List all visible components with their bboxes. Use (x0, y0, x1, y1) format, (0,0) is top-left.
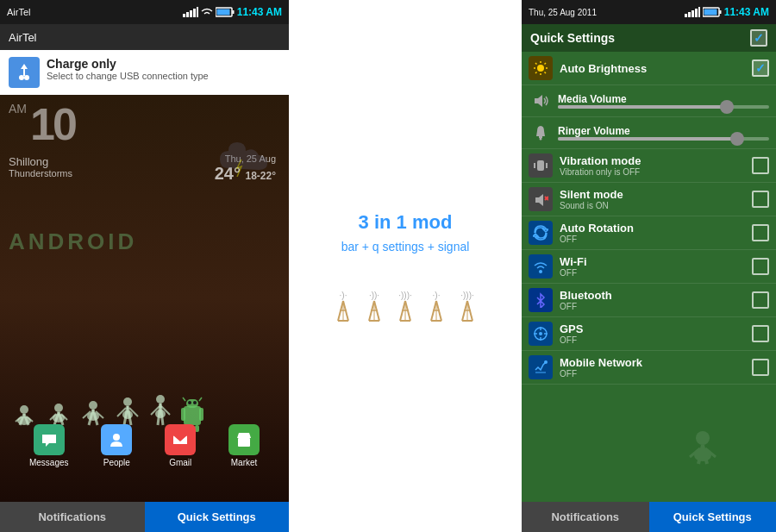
gps-text: GPS OFF (560, 322, 745, 345)
media-volume-slider[interactable] (558, 105, 769, 109)
svg-rect-4 (197, 7, 198, 17)
notification-card[interactable]: Charge only Select to change USB connect… (0, 50, 289, 95)
qs-item-rotation[interactable]: Auto Rotation OFF (522, 216, 776, 250)
gps-checkbox[interactable] (752, 325, 769, 342)
media-volume-thumb (720, 100, 734, 114)
svg-text:·)))·: ·)))· (460, 291, 474, 300)
auto-brightness-icon (529, 56, 553, 80)
signal-tower-2: ·))· (362, 288, 386, 322)
signal-tower-3: ·)))· (393, 288, 417, 322)
qs-item-gps[interactable]: GPS OFF (522, 317, 776, 351)
bluetooth-name: Bluetooth (560, 289, 745, 302)
svg-line-103 (545, 63, 547, 65)
svg-point-106 (540, 138, 542, 141)
silent-icon (529, 187, 553, 211)
rotation-icon (529, 221, 553, 245)
qs-item-auto-brightness[interactable]: Auto Brightness (522, 52, 776, 85)
auto-brightness-checkbox[interactable] (752, 59, 769, 77)
weather-condition: Thunderstorms (9, 168, 72, 178)
qs-item-bluetooth[interactable]: Bluetooth OFF (522, 284, 776, 317)
svg-rect-89 (704, 9, 717, 16)
tower-svg-5: ·)))· (455, 288, 479, 322)
left-tab-notifications[interactable]: Notifications (0, 502, 145, 532)
bluetooth-icon (529, 288, 553, 312)
wifi-name: Wi-Fi (560, 255, 745, 268)
svg-point-11 (20, 405, 28, 414)
svg-line-104 (535, 72, 537, 74)
qs-item-wifi[interactable]: Wi-Fi OFF (522, 250, 776, 284)
center-subtitle: bar + q settings + signal (341, 240, 470, 253)
gps-name: GPS (560, 322, 745, 335)
svg-rect-2 (190, 10, 192, 17)
gps-status: OFF (560, 335, 745, 345)
mobile-network-text: Mobile Network OFF (560, 356, 745, 379)
mobile-network-name: Mobile Network (560, 356, 745, 369)
right-battery-icon (703, 7, 722, 17)
qs-header-checkbox[interactable] (750, 29, 767, 47)
right-bg-evolution (565, 386, 776, 476)
bluetooth-checkbox[interactable] (752, 291, 769, 309)
mobile-network-checkbox[interactable] (752, 359, 769, 376)
gps-icon (529, 322, 553, 346)
right-status-icons: 11:43 AM (685, 6, 769, 18)
ringer-volume-slider[interactable] (558, 137, 769, 141)
qs-item-ringer-volume[interactable]: Ringer Volume (522, 117, 776, 149)
right-signal-icon (685, 7, 700, 17)
dock-item-market[interactable]: Market (228, 424, 260, 467)
qs-item-vibration[interactable]: Vibration mode Vibration only is OFF (522, 149, 776, 183)
silent-status: Sound is ON (560, 201, 745, 210)
qs-item-media-volume[interactable]: Media Volume (522, 85, 776, 117)
qs-item-mobile-network[interactable]: Mobile Network OFF (522, 351, 776, 385)
wifi-checkbox[interactable] (752, 258, 769, 275)
vibration-name: Vibration mode (560, 154, 745, 167)
silent-checkbox[interactable] (752, 191, 769, 208)
dock-item-people[interactable]: People (101, 424, 132, 467)
bell-icon (532, 124, 549, 141)
qs-item-silent[interactable]: Silent mode Sound is ON (522, 183, 776, 216)
sun-icon (533, 60, 548, 76)
signal-icons-row: ·)· ·))· ·)))· (331, 288, 479, 322)
vibration-checkbox[interactable] (752, 157, 769, 174)
rotation-checkbox[interactable] (752, 224, 769, 241)
notification-icon (9, 57, 40, 88)
auto-brightness-text: Auto Brightness (560, 62, 745, 75)
right-date: Thu, 25 Aug 2011 (529, 8, 597, 17)
bluetooth-svg (533, 292, 548, 308)
svg-rect-3 (193, 9, 196, 17)
ringer-volume-fill (558, 137, 737, 141)
left-tab-quick-settings[interactable]: Quick Settings (145, 502, 290, 532)
vibrate-icon (533, 158, 548, 173)
dock-item-gmail[interactable]: Gmail (165, 424, 196, 467)
left-notification-header: AirTel (0, 24, 289, 50)
left-bottom-tabs: Notifications Quick Settings (0, 502, 289, 532)
svg-line-44 (183, 397, 185, 401)
qs-header-label: Quick Settings (530, 31, 615, 45)
right-tab-notifications[interactable]: Notifications (522, 502, 649, 532)
speaker-icon (532, 92, 549, 110)
svg-rect-107 (537, 160, 544, 171)
rotation-name: Auto Rotation (560, 222, 745, 235)
svg-rect-85 (695, 9, 698, 17)
media-volume-text: Media Volume (558, 93, 769, 109)
svg-point-43 (193, 401, 197, 404)
am-label: AM (9, 102, 27, 116)
signal-tower-1: ·)· (331, 288, 355, 322)
svg-point-118 (539, 332, 542, 335)
left-status-bar: AirTel 11:43 AM (0, 0, 289, 24)
svg-point-35 (156, 395, 165, 404)
center-area: 3 in 1 mod bar + q settings + signal ·)·… (289, 0, 522, 532)
left-phone: AirTel 11:43 AM (0, 0, 289, 532)
tower-svg-4: ·)· (424, 288, 448, 322)
messages-icon (34, 424, 65, 455)
svg-rect-1 (186, 12, 189, 17)
dock-item-messages[interactable]: Messages (29, 424, 69, 467)
ringer-volume-icon (529, 121, 553, 145)
wifi-status: OFF (560, 268, 745, 278)
silent-name: Silent mode (560, 188, 745, 201)
right-tab-quick-settings[interactable]: Quick Settings (649, 502, 777, 532)
notification-subtitle: Select to change USB connection type (47, 71, 209, 81)
android-text: ANDROID (9, 228, 137, 255)
svg-point-23 (89, 401, 97, 410)
svg-line-101 (535, 63, 537, 65)
gmail-icon (165, 424, 196, 455)
